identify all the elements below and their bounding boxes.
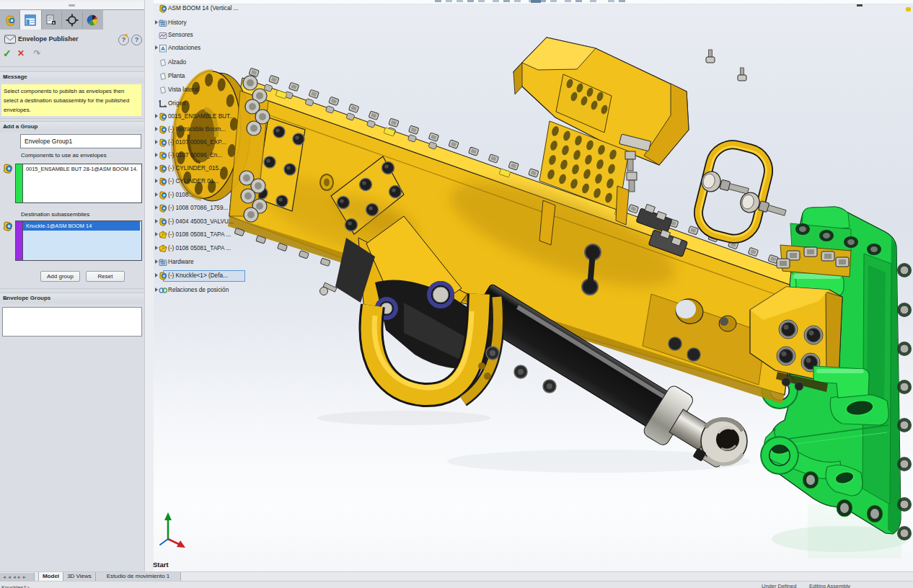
svg-text:A: A [161, 45, 165, 52]
